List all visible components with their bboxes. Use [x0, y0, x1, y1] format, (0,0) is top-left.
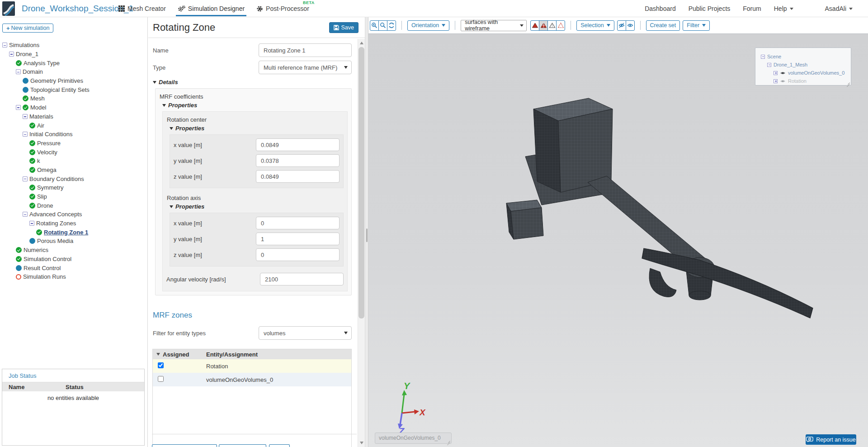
resize-handle-icon[interactable] [846, 80, 850, 84]
tree-node-simulations[interactable]: Simulations [0, 41, 146, 50]
collapse-icon[interactable] [767, 63, 771, 67]
tree-node-slip[interactable]: Slip [0, 192, 146, 201]
type-select[interactable]: Multi reference frame (MRF) [259, 61, 352, 74]
reset-view-button[interactable] [387, 20, 396, 31]
angular-velocity-input[interactable] [260, 273, 344, 285]
rc-x-input[interactable] [256, 138, 340, 151]
selection-info-box[interactable]: volumeOnGeoVolumes_0 [375, 433, 452, 444]
tree-node-drone-1[interactable]: Drone_1 [0, 50, 146, 59]
collapse-icon[interactable] [23, 212, 28, 217]
mesh-view-surface-wireframe-button[interactable] [539, 20, 548, 31]
sort-caret-icon[interactable] [156, 353, 160, 356]
tab-post-processor[interactable]: Post-Processor BETA [256, 0, 309, 17]
tree-node-analysis-type[interactable]: Analysis Type [0, 58, 146, 67]
nav-forum[interactable]: Forum [743, 5, 761, 12]
collapse-icon[interactable] [29, 221, 34, 226]
tree-node-k[interactable]: k [0, 157, 146, 166]
mesh-view-outline-button[interactable] [547, 20, 557, 31]
footer-button-partial[interactable] [269, 444, 290, 447]
collapse-icon[interactable] [23, 132, 28, 137]
tree-node-geometry-primitives[interactable]: Geometry Primitives [0, 76, 146, 86]
scroll-down-icon[interactable] [360, 442, 363, 444]
nav-public-projects[interactable]: Public Projects [689, 5, 731, 12]
tree-node-air[interactable]: Air [0, 121, 146, 130]
nav-dashboard[interactable]: Dashboard [645, 5, 676, 12]
drone-mesh-model[interactable] [479, 86, 832, 326]
tree-node-boundary-conditions[interactable]: Boundary Conditions [0, 174, 146, 183]
render-mode-select[interactable]: surfaces with wireframe [461, 20, 527, 31]
tree-node-omega[interactable]: Omega [0, 166, 146, 175]
show-all-button[interactable] [626, 20, 635, 31]
expand-icon[interactable] [774, 79, 778, 83]
tree-node-advanced-concepts[interactable]: Advanced Concepts [0, 210, 146, 219]
scrollbar-thumb[interactable] [359, 47, 364, 319]
selection-button[interactable]: Selection [576, 20, 614, 31]
assigned-checkbox[interactable] [158, 362, 164, 368]
properties-toggle[interactable]: Properties [162, 102, 348, 109]
nav-user-menu[interactable]: AsadAli [825, 5, 853, 12]
tree-node-symmetry[interactable]: Symmetry [0, 183, 146, 192]
zoom-window-button[interactable] [378, 20, 387, 31]
rotation-axis-properties-toggle[interactable]: Properties [170, 203, 344, 210]
tree-node-pressure[interactable]: Pressure [0, 139, 146, 148]
assigned-checkbox[interactable] [158, 376, 164, 382]
tree-node-model[interactable]: Model [0, 103, 146, 112]
rotation-center-properties-toggle[interactable]: Properties [170, 125, 344, 132]
filter-entity-types-select[interactable]: volumes [259, 326, 352, 340]
tree-node-rotating-zones[interactable]: Rotating Zones [0, 219, 146, 228]
resize-grip[interactable] [366, 228, 368, 242]
hide-selected-button[interactable] [617, 20, 626, 31]
footer-button-partial[interactable] [219, 444, 266, 447]
expand-icon[interactable] [774, 71, 778, 75]
new-simulation-button[interactable]: New simulation [2, 24, 53, 33]
tab-simulation-designer[interactable]: Simulation Designer [178, 0, 245, 17]
tree-node-simulation-control[interactable]: Simulation Control [0, 255, 146, 264]
orientation-button[interactable]: Orientation [407, 20, 449, 31]
mesh-view-hidden-button[interactable] [556, 20, 565, 31]
report-issue-button[interactable]: Report an issue [806, 434, 856, 445]
footer-button-partial[interactable] [152, 444, 217, 447]
collapse-icon[interactable] [16, 69, 21, 74]
zoom-in-button[interactable] [370, 20, 379, 31]
panel-resize-divider[interactable] [365, 17, 368, 447]
tree-node-rotating-zone-1[interactable]: Rotating Zone 1 [0, 228, 146, 237]
collapse-icon[interactable] [2, 43, 7, 48]
scene-node-rotation[interactable]: Rotation [774, 77, 851, 85]
tree-node-initial-conditions[interactable]: Initial Conditions [0, 130, 146, 139]
tree-node-topological-entity-sets[interactable]: Topological Entity Sets [0, 85, 146, 94]
scene-node-root[interactable]: Scene [761, 52, 851, 61]
tree-node-result-control[interactable]: Result Control [0, 263, 146, 272]
eye-icon[interactable] [780, 71, 786, 75]
scene-node-volume[interactable]: volumeOnGeoVolumes_0 [774, 69, 851, 77]
tree-node-velocity[interactable]: Velocity [0, 147, 146, 157]
collapse-icon[interactable] [761, 55, 765, 59]
filter-button[interactable]: Filter [683, 20, 710, 31]
mesh-view-solid-button[interactable] [530, 20, 539, 31]
details-section-toggle[interactable]: Details [153, 79, 352, 86]
table-row[interactable]: volumeOnGeoVolumes_0 [153, 373, 351, 386]
resize-handle-icon[interactable] [446, 438, 450, 442]
scene-node-mesh[interactable]: Drone_1_Mesh [767, 61, 851, 69]
collapse-icon[interactable] [23, 176, 28, 181]
ra-x-input[interactable] [256, 217, 340, 229]
collapse-icon[interactable] [9, 52, 14, 57]
tree-node-numerics[interactable]: Numerics [0, 246, 146, 255]
ra-z-input[interactable] [256, 248, 340, 261]
name-input[interactable] [259, 43, 352, 57]
viewport-canvas[interactable]: Scene Drone_1_Mesh volumeOnGeoVolumes_0 [368, 33, 868, 447]
create-set-button[interactable]: Create set [646, 20, 680, 31]
settings-scrollbar[interactable] [358, 39, 365, 447]
tree-node-porous-media[interactable]: Porous Media [0, 237, 146, 246]
tree-node-domain[interactable]: Domain [0, 67, 146, 76]
tab-mesh-creator[interactable]: Mesh Creator [118, 0, 166, 17]
ra-y-input[interactable] [256, 233, 340, 245]
tree-node-simulation-runs[interactable]: Simulation Runs [0, 272, 146, 281]
rc-z-input[interactable] [256, 170, 340, 183]
simscale-logo-icon[interactable] [2, 1, 15, 16]
save-button[interactable]: Save [329, 22, 359, 33]
table-row[interactable]: Rotation [153, 359, 351, 373]
rc-y-input[interactable] [256, 154, 340, 167]
tree-node-mesh[interactable]: Mesh [0, 94, 146, 103]
nav-help-menu[interactable]: Help [774, 5, 793, 12]
tree-node-drone[interactable]: Drone [0, 201, 146, 210]
